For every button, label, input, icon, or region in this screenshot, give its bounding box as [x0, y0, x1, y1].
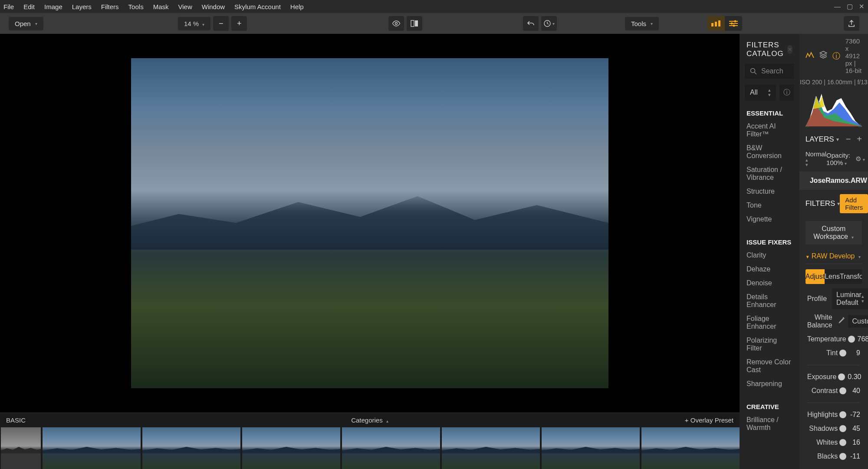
overlay-preset-button[interactable]: + Overlay Preset [685, 416, 733, 424]
open-button[interactable]: Open▾ [9, 17, 43, 30]
menu-account[interactable]: Skylum Account [234, 3, 281, 10]
slider-label: Contrast [807, 387, 838, 395]
workspace-sliders-button[interactable] [725, 16, 742, 31]
preset-thumb[interactable] [1, 427, 41, 469]
filter-item[interactable]: Brilliance / Warmth [740, 413, 799, 435]
search-input[interactable]: Search [745, 63, 794, 79]
toolbar: Open▾ 14 % ▾ − + ▾ Tools▾ [0, 13, 868, 34]
clip-left-icon[interactable]: △ [806, 122, 809, 128]
filter-item[interactable]: Clarity [740, 248, 799, 262]
filter-item[interactable]: Foliage Enhancer [740, 312, 799, 334]
histogram: △ △ [806, 87, 862, 126]
clip-right-icon[interactable]: △ [858, 122, 862, 128]
filter-item[interactable]: Polarizing Filter [740, 334, 799, 355]
svg-point-13 [751, 69, 755, 73]
opacity-button[interactable]: Opacity: 100%▾ [826, 152, 850, 166]
menu-image[interactable]: Image [44, 3, 62, 10]
layer-settings-icon[interactable]: ⚙▾ [855, 155, 865, 163]
tab-transform[interactable]: Transform [840, 269, 862, 284]
svg-rect-1 [411, 20, 414, 26]
filter-item[interactable]: Dehaze [740, 262, 799, 276]
slider-value: -11 [849, 452, 860, 460]
close-catalog-icon[interactable]: ✕ [787, 45, 792, 54]
svg-point-0 [395, 23, 398, 25]
menu-file[interactable]: File [3, 3, 14, 10]
slider-blacks: Blacks-11 [799, 446, 868, 460]
slider-label: Exposure [807, 373, 837, 381]
preset-thumbnails [0, 427, 740, 469]
filter-item[interactable]: Remove Color Cast [740, 355, 799, 377]
layers-heading[interactable]: LAYERS [806, 135, 834, 144]
compare-button[interactable] [407, 16, 422, 31]
filter-item[interactable]: Sharpening [740, 377, 799, 391]
workspace-select[interactable]: Custom Workspace ▾ [806, 221, 862, 244]
canvas[interactable] [0, 34, 740, 413]
filters-heading[interactable]: FILTERS [806, 199, 835, 208]
preview-eye-button[interactable] [388, 16, 404, 31]
history-button[interactable]: ▾ [541, 16, 557, 31]
slider-label: Whites [807, 439, 838, 446]
svg-rect-4 [711, 23, 713, 26]
categories-button[interactable]: Categories ▴ [351, 416, 388, 424]
preset-thumb[interactable] [43, 427, 141, 469]
preset-thumb[interactable] [641, 427, 740, 469]
info-icon[interactable]: ⓘ [779, 84, 794, 101]
tab-lens[interactable]: Lens [825, 269, 840, 284]
filter-item[interactable]: Saturation / Vibrance [740, 163, 799, 185]
profile-select[interactable]: Luminar Default▴▾ [832, 288, 868, 309]
presets-label: BASIC [6, 416, 26, 424]
menu-mask[interactable]: Mask [153, 3, 169, 10]
menu-window[interactable]: Window [202, 3, 225, 10]
maximize-icon[interactable]: ▢ [847, 3, 853, 10]
zoom-out-button[interactable]: − [213, 16, 229, 31]
menu-tools[interactable]: Tools [128, 3, 144, 10]
preset-thumb[interactable] [342, 427, 440, 469]
remove-layer-icon[interactable]: − [846, 134, 851, 144]
wb-select[interactable]: Custom▾ [848, 315, 868, 328]
svg-rect-5 [715, 22, 717, 26]
preset-thumb[interactable] [542, 427, 640, 469]
filter-item[interactable]: Denoise [740, 276, 799, 290]
histogram-tab-icon[interactable] [806, 51, 814, 60]
zoom-select[interactable]: 14 % ▾ [178, 17, 210, 30]
right-sidebar: ⓘ 7360 x 4912 px | 16-bit ISO 200 | 16.0… [799, 34, 868, 469]
filter-item[interactable]: Structure [740, 185, 799, 198]
menu-view[interactable]: View [178, 3, 192, 10]
menu-edit[interactable]: Edit [23, 3, 35, 10]
svg-rect-6 [718, 20, 720, 26]
close-icon[interactable]: ✕ [859, 3, 865, 10]
add-filters-button[interactable]: Add Filters [840, 194, 868, 213]
blend-mode-select[interactable]: Normal ▴▾ [806, 150, 826, 167]
undo-button[interactable] [523, 16, 539, 31]
menu-help[interactable]: Help [290, 3, 304, 10]
filter-item[interactable]: Details Enhancer [740, 290, 799, 312]
svg-point-12 [733, 25, 735, 27]
info-tab-icon[interactable]: ⓘ [832, 51, 840, 61]
filter-item[interactable]: Accent AI Filter™ [740, 119, 799, 141]
filter-item[interactable]: Tone [740, 198, 799, 212]
filter-item[interactable]: Vignette [740, 212, 799, 226]
catalog-scope-select[interactable]: All▴▾ [745, 84, 776, 101]
tab-adjust[interactable]: Adjust [806, 269, 825, 284]
menu-filters[interactable]: Filters [101, 3, 119, 10]
tools-button[interactable]: Tools▾ [625, 17, 659, 30]
preset-thumb[interactable] [142, 427, 240, 469]
export-button[interactable] [844, 16, 859, 31]
zoom-in-button[interactable]: + [231, 16, 247, 31]
preset-thumb[interactable] [242, 427, 340, 469]
profile-label: Profile [807, 295, 827, 303]
minimize-icon[interactable]: — [834, 3, 841, 10]
preset-thumb[interactable] [442, 427, 540, 469]
workspace-presets-button[interactable] [707, 16, 725, 31]
eyedropper-icon[interactable] [838, 317, 845, 326]
catalog-group-heading: ESSENTIAL [740, 105, 799, 119]
exposure-meta: ISO 200 | 16.00mm | f/13 [799, 78, 868, 87]
slider-value: -72 [849, 411, 860, 419]
layer-row[interactable]: JoseRamos.ARW [799, 172, 868, 190]
layers-tab-icon[interactable] [819, 51, 827, 61]
menu-layers[interactable]: Layers [72, 3, 92, 10]
add-layer-icon[interactable]: + [857, 134, 862, 144]
filter-item[interactable]: B&W Conversion [740, 141, 799, 163]
raw-develop-section[interactable]: ▼RAW Develop ▾ [806, 249, 862, 264]
slider-contrast: Contrast40 [799, 381, 868, 395]
